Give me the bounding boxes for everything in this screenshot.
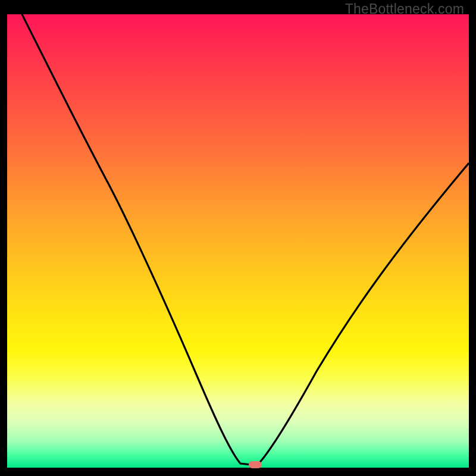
bottleneck-curve-path bbox=[22, 14, 469, 465]
bottleneck-chart: TheBottleneck.com bbox=[7, 0, 469, 468]
optimal-marker bbox=[249, 461, 262, 468]
plot-area bbox=[7, 14, 469, 468]
curve-svg bbox=[7, 14, 469, 468]
